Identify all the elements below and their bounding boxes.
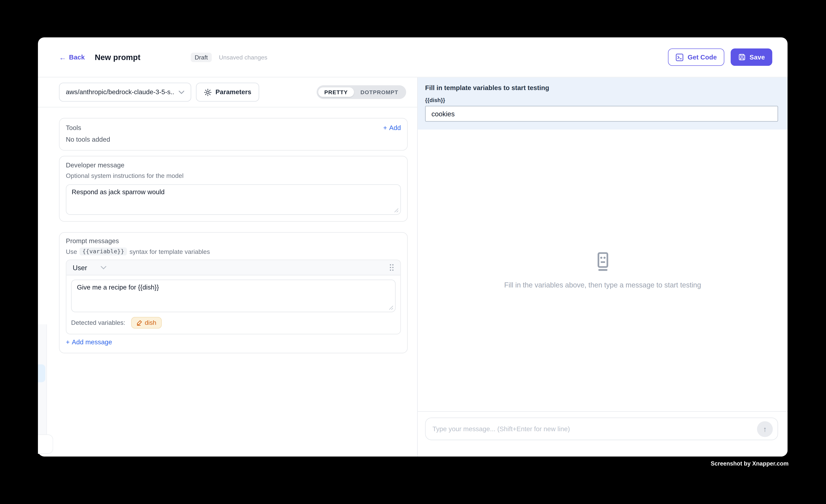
page-header: ← Back New prompt Draft Unsaved changes … <box>38 37 787 77</box>
save-label: Save <box>750 54 765 61</box>
add-message-label: Add message <box>72 338 112 346</box>
drag-handle-icon[interactable] <box>389 264 394 271</box>
add-tool-button[interactable]: + Add <box>383 124 401 132</box>
message-header: User <box>66 260 400 275</box>
terminal-icon <box>675 53 684 61</box>
detected-variables-label: Detected variables: <box>71 319 125 326</box>
prompt-messages-card: Prompt messages Use {{variable}} syntax … <box>59 232 408 353</box>
editor-pane: aws/anthropic/bedrock-claude-3-5-s... Pa… <box>38 77 417 456</box>
role-selector[interactable]: User <box>73 263 107 271</box>
developer-message-title: Developer message <box>66 162 401 169</box>
tools-title: Tools <box>66 124 81 132</box>
back-button[interactable]: ← Back <box>59 54 85 61</box>
chat-empty-state: Fill in the variables above, then type a… <box>418 129 787 411</box>
prompt-messages-title: Prompt messages <box>66 238 401 245</box>
hint-prefix: Use <box>66 248 77 255</box>
robot-face-icon <box>594 252 611 271</box>
tools-empty-text: No tools added <box>66 136 401 143</box>
message-block: User <box>66 259 401 334</box>
status-badge: Draft <box>190 52 212 62</box>
message-text-input[interactable]: Give me a recipe for {{dish}} <box>72 280 395 312</box>
add-message-button[interactable]: + Add message <box>66 338 112 346</box>
variable-name-label: {{dish}} <box>425 97 778 103</box>
unsaved-changes-text: Unsaved changes <box>219 54 267 60</box>
variable-value-input[interactable] <box>425 106 778 122</box>
variable-badge-dish[interactable]: dish <box>131 317 162 328</box>
get-code-label: Get Code <box>688 54 717 61</box>
save-button[interactable]: Save <box>731 48 772 66</box>
page-title: New prompt <box>95 53 140 62</box>
send-button[interactable]: ↑ <box>757 421 773 437</box>
chevron-down-icon <box>101 266 107 269</box>
message-body: Give me a recipe for {{dish}} Detected v… <box>66 275 400 334</box>
developer-message-subtitle: Optional system instructions for the mod… <box>66 172 401 180</box>
editor-toolbar: aws/anthropic/bedrock-claude-3-5-s... Pa… <box>38 77 417 107</box>
add-tool-label: Add <box>389 124 401 132</box>
tester-panel: Fill in template variables to start test… <box>417 77 787 456</box>
tools-card: Tools + Add No tools added <box>59 118 408 151</box>
variable-badge-label: dish <box>145 319 156 326</box>
model-selector-value: aws/anthropic/bedrock-claude-3-5-s... <box>66 88 174 96</box>
plus-icon: + <box>66 338 70 346</box>
parameters-label: Parameters <box>216 88 251 96</box>
chat-message-input[interactable] <box>426 418 777 440</box>
toggle-option-dotprompt[interactable]: DOTPROMPT <box>354 87 405 97</box>
parameters-button[interactable]: Parameters <box>196 83 259 102</box>
view-mode-toggle: PRETTY DOTPROMPT <box>316 85 406 99</box>
model-selector[interactable]: aws/anthropic/bedrock-claude-3-5-s... <box>59 83 191 102</box>
chevron-down-icon <box>179 90 184 94</box>
gear-icon <box>204 88 212 96</box>
back-label: Back <box>69 54 85 61</box>
resize-handle-icon[interactable] <box>394 208 399 212</box>
hint-suffix: syntax for template variables <box>129 248 210 255</box>
app-window: ← Back New prompt Draft Unsaved changes … <box>38 37 787 456</box>
template-variables-section: Fill in template variables to start test… <box>418 77 787 129</box>
pencil-icon <box>136 320 142 326</box>
toggle-option-pretty[interactable]: PRETTY <box>318 87 354 97</box>
screenshot-stage: ← Back New prompt Draft Unsaved changes … <box>0 0 826 504</box>
role-selector-value: User <box>73 263 87 271</box>
plus-icon: + <box>383 124 387 132</box>
empty-state-text: Fill in the variables above, then type a… <box>504 281 701 289</box>
template-syntax-hint: Use {{variable}} syntax for template var… <box>66 248 401 255</box>
left-edge-active-highlight <box>38 364 45 382</box>
save-icon <box>738 53 746 61</box>
chat-input-bar: ↑ <box>418 411 787 456</box>
resize-handle-icon[interactable] <box>389 306 394 310</box>
developer-message-input[interactable]: Respond as jack sparrow would <box>66 185 400 214</box>
tester-heading: Fill in template variables to start test… <box>425 84 778 91</box>
variable-syntax-chip: {{variable}} <box>80 248 127 255</box>
screenshot-credit: Screenshot by Xnapper.com <box>711 460 789 467</box>
detected-variables-row: Detected variables: dish <box>71 312 396 334</box>
arrow-up-icon: ↑ <box>763 425 767 433</box>
left-edge-popover-corner <box>38 434 53 454</box>
back-arrow-icon: ← <box>59 54 66 61</box>
developer-message-card: Developer message Optional system instru… <box>59 156 408 222</box>
editor-content: Tools + Add No tools added Developer mes… <box>38 107 417 456</box>
get-code-button[interactable]: Get Code <box>668 48 724 66</box>
